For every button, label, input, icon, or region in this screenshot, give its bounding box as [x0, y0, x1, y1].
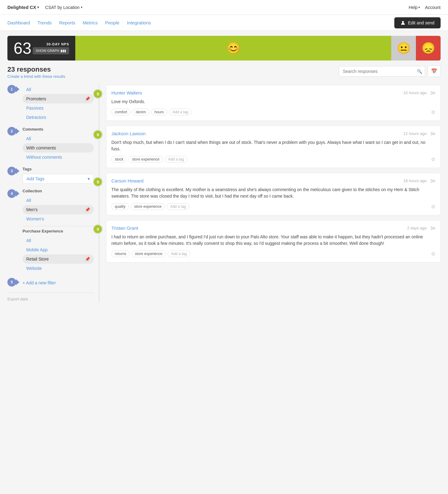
calendar-button[interactable]: 📅: [428, 65, 441, 77]
content-wrapper: 63 30-DAY NPS SHOW GRAPH ▮▮▮ 😊 😐 😞: [0, 31, 448, 310]
export-data-link[interactable]: Export data: [7, 295, 94, 303]
filter-mobile-app[interactable]: Mobile App: [23, 245, 94, 254]
filter-website[interactable]: Website: [23, 264, 94, 273]
respondent-name-1[interactable]: Jackson Lawson: [111, 131, 146, 136]
nav-integrations[interactable]: Integrations: [127, 20, 151, 25]
gear-icon-3[interactable]: ⚙: [431, 251, 435, 257]
collection-filter-title: Collection: [23, 189, 94, 193]
filter-all-collection[interactable]: All: [23, 196, 94, 205]
tag-1-1[interactable]: store experience: [129, 156, 163, 163]
card-tags-2: quality store experience Add a tag ⚙: [111, 203, 435, 210]
nav-bar: Dashboard Trends Reports Metrics People …: [0, 15, 448, 31]
card-header-3: Tristan Grant 2 days ago 3≡: [111, 225, 435, 231]
bar-chart-icon: ▮▮▮: [60, 49, 66, 53]
promoters-bar: 😊: [75, 36, 391, 61]
filter-promoters[interactable]: Promoters 📌: [23, 94, 94, 103]
nav-dashboard[interactable]: Dashboard: [7, 20, 30, 25]
filter-without-comments[interactable]: Without comments: [23, 153, 94, 162]
step-badge-5: 5: [7, 278, 16, 287]
mens-pin-icon: 📌: [85, 207, 90, 212]
card-body-0: Love my Oxfords.: [111, 98, 435, 105]
filter-step-5: 5 + Add a new filter: [7, 278, 94, 288]
filter-detractors[interactable]: Detractors: [23, 113, 94, 122]
step-arrow-4: [16, 190, 19, 197]
card-body-1: Don't shop much, but when I do I can't s…: [111, 139, 435, 152]
edit-send-button[interactable]: Edit and send: [394, 17, 441, 28]
response-card-0: 9 Hunter Walters 10 hours ago 3≡ Love my…: [106, 85, 441, 121]
card-menu-0[interactable]: 3≡: [430, 90, 435, 95]
person-icon: [400, 20, 405, 25]
filter-with-comments[interactable]: With comments: [23, 143, 94, 153]
filter-step-4: 4 Collection All Men's 📌 Women's: [7, 189, 94, 273]
tag-0-2[interactable]: hours: [151, 109, 167, 115]
add-tag-2[interactable]: Add a tag: [167, 203, 189, 210]
add-filter-link[interactable]: + Add a new filter: [23, 278, 94, 288]
time-ago-2: 18 hours ago: [403, 178, 427, 183]
card-menu-3[interactable]: 3≡: [430, 226, 435, 231]
dropdown-chevron-icon: ▾: [88, 176, 90, 181]
add-tags-dropdown[interactable]: Add Tags ▾: [23, 174, 94, 184]
sad-face-icon: 😞: [421, 42, 435, 55]
survey-selector[interactable]: CSAT by Location ▾: [45, 5, 82, 10]
card-meta-2: 18 hours ago 3≡: [403, 178, 435, 183]
card-tags-3: returns store experience Add a tag ⚙: [111, 250, 435, 257]
tag-3-0[interactable]: returns: [111, 250, 130, 257]
nav-people[interactable]: People: [105, 20, 119, 25]
gear-icon-0[interactable]: ⚙: [431, 109, 435, 115]
filter-retail-store[interactable]: Retail Store 📌: [23, 254, 94, 264]
brand-selector[interactable]: Delighted CX ▾: [7, 5, 39, 10]
card-tags-0: comfort denim hours Add a tag ⚙: [111, 109, 435, 115]
score-section: 63 30-DAY NPS SHOW GRAPH ▮▮▮ 😊 😐 😞: [7, 36, 441, 61]
help-chevron-icon: ▾: [418, 6, 420, 9]
filter-all-comments[interactable]: All: [23, 134, 94, 143]
card-tags-1: stock store experience Add a tag ⚙: [111, 156, 435, 163]
gear-icon-1[interactable]: ⚙: [431, 157, 435, 162]
top-bar: Delighted CX ▾ CSAT by Location ▾ Help ▾…: [0, 0, 448, 15]
response-card-3: 9 Tristan Grant 2 days ago 3≡ I had to r…: [106, 220, 441, 262]
score-label: 30-DAY NPS: [33, 42, 69, 46]
step-1-content: All Promoters 📌 Passives Detractors: [23, 85, 94, 122]
tag-3-1[interactable]: store experience: [131, 250, 166, 257]
tag-0-0[interactable]: comfort: [111, 109, 131, 115]
add-tag-3[interactable]: Add a tag: [168, 250, 190, 257]
tag-0-1[interactable]: denim: [132, 109, 149, 115]
filter-step-3: 3 Tags Add Tags ▾: [7, 167, 94, 184]
tag-1-0[interactable]: stock: [111, 156, 127, 163]
search-input[interactable]: [339, 66, 425, 77]
search-area: 🔍 📅: [339, 65, 441, 77]
neutral-face-icon: 😐: [397, 42, 411, 55]
filter-womens[interactable]: Women's: [23, 214, 94, 224]
time-ago-3: 2 days ago: [407, 226, 427, 230]
nav-metrics[interactable]: Metrics: [83, 20, 97, 25]
step-arrow-1: [16, 86, 19, 92]
filter-all-scores[interactable]: All: [23, 85, 94, 94]
nav-reports[interactable]: Reports: [59, 20, 76, 25]
card-menu-1[interactable]: 3≡: [430, 131, 435, 136]
timeline-dot-2: 9: [93, 177, 103, 187]
gear-icon-2[interactable]: ⚙: [431, 204, 435, 210]
time-ago-1: 12 hours ago: [403, 131, 427, 136]
timeline-dot-1: 9: [93, 130, 103, 140]
respondent-name-3[interactable]: Tristan Grant: [111, 225, 138, 231]
create-trend-link[interactable]: Create a trend with these results: [7, 74, 65, 79]
tag-2-0[interactable]: quality: [111, 203, 129, 210]
card-body-2: The quality of the clothing is excellent…: [111, 186, 435, 199]
add-tag-0[interactable]: Add a tag: [169, 109, 192, 115]
respondent-name-2[interactable]: Carson Howard: [111, 178, 143, 183]
tag-2-1[interactable]: store experience: [131, 203, 165, 210]
respondent-name-0[interactable]: Hunter Walters: [111, 90, 142, 95]
detractors-bar: 😞: [416, 36, 441, 61]
filter-passives[interactable]: Passives: [23, 103, 94, 113]
nav-trends[interactable]: Trends: [37, 20, 52, 25]
step-arrow-2: [16, 128, 19, 134]
top-bar-left: Delighted CX ▾ CSAT by Location ▾: [7, 5, 82, 10]
card-body-3: I had to return an online purchase, and …: [111, 234, 435, 247]
filter-all-purchase[interactable]: All: [23, 236, 94, 245]
show-graph-button[interactable]: SHOW GRAPH ▮▮▮: [33, 47, 69, 54]
add-tag-1[interactable]: Add a tag: [165, 156, 187, 163]
filter-mens[interactable]: Men's 📌: [23, 205, 94, 214]
responses-count-section: 23 responses Create a trend with these r…: [7, 65, 65, 79]
card-menu-2[interactable]: 3≡: [430, 178, 435, 183]
account-link[interactable]: Account: [425, 5, 441, 10]
help-link[interactable]: Help ▾: [409, 5, 420, 10]
